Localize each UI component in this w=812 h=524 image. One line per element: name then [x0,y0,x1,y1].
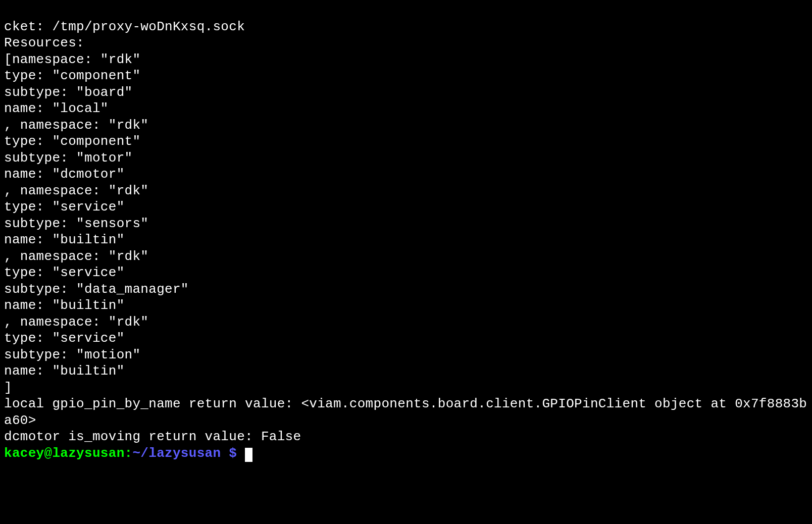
shell-prompt: kacey@lazysusan:~/lazysusan $ [4,446,245,461]
output-line: type: "component" [4,68,140,83]
output-line: subtype: "data_manager" [4,282,189,297]
cursor-icon[interactable] [245,448,252,462]
prompt-cwd: ~/lazysusan [132,446,221,461]
output-line: subtype: "sensors" [4,216,148,231]
output-line: name: "builtin" [4,298,125,313]
output-line: subtype: "motor" [4,150,132,166]
output-line: , namespace: "rdk" [4,315,148,330]
output-line: type: "service" [4,265,125,280]
output-line: name: "builtin" [4,232,125,247]
output-line: name: "dcmotor" [4,167,125,182]
output-line: Resources: [4,35,84,50]
prompt-separator: : [125,446,133,461]
output-line: cket: /tmp/proxy-woDnKxsq.sock [4,19,245,34]
output-line: ] [4,380,12,395]
output-line: local gpio_pin_by_name return value: <vi… [4,396,807,428]
terminal-window[interactable]: cket: /tmp/proxy-woDnKxsq.sock Resources… [0,0,812,463]
output-line: , namespace: "rdk" [4,118,148,133]
output-line: [namespace: "rdk" [4,52,140,67]
prompt-user-host: kacey@lazysusan [4,446,125,461]
output-line: name: "local" [4,101,109,116]
output-line: type: "service" [4,199,125,215]
prompt-dollar: $ [221,446,245,461]
output-line: name: "builtin" [4,363,125,379]
output-line: , namespace: "rdk" [4,183,148,198]
output-line: subtype: "board" [4,85,132,100]
output-line: type: "service" [4,331,125,346]
output-line: subtype: "motion" [4,347,140,362]
output-line: , namespace: "rdk" [4,249,148,264]
output-line: type: "component" [4,134,140,149]
output-line: dcmotor is_moving return value: False [4,429,301,444]
